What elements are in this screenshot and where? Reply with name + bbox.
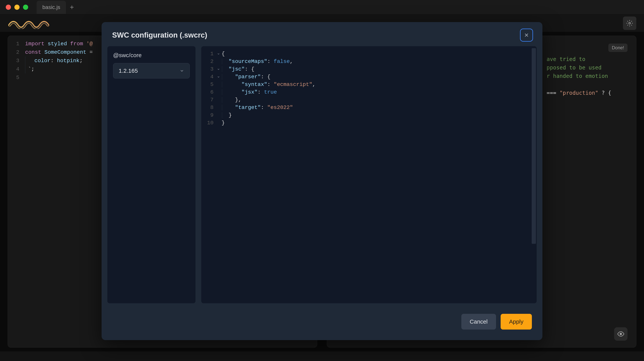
- editor-line: 5 "syntax": "ecmascript",: [201, 81, 537, 88]
- editor-line: 10}: [201, 119, 537, 127]
- close-icon: [524, 32, 530, 38]
- fold-gutter: [217, 119, 222, 127]
- fold-gutter: [217, 88, 222, 96]
- config-editor[interactable]: 1{2 "sourceMaps": false,3 "jsc": {4 "par…: [201, 46, 537, 303]
- fold-gutter: [217, 104, 222, 111]
- cancel-label: Cancel: [470, 318, 488, 325]
- fold-gutter[interactable]: [217, 73, 222, 81]
- fold-gutter: [217, 58, 222, 65]
- cancel-button[interactable]: Cancel: [461, 314, 496, 329]
- editor-line: 2 "sourceMaps": false,: [201, 58, 537, 65]
- version-select[interactable]: 1.2.165: [113, 63, 190, 79]
- modal-sidebar: @swc/core 1.2.165: [107, 46, 196, 303]
- line-number: 7: [201, 96, 217, 104]
- apply-button[interactable]: Apply: [501, 314, 532, 329]
- fold-gutter[interactable]: [217, 65, 222, 73]
- modal-header: SWC configuration (.swcrc): [102, 22, 542, 46]
- fold-gutter: [217, 111, 222, 119]
- line-number: 4: [201, 73, 217, 81]
- line-content: "jsx": true: [222, 88, 537, 96]
- chevron-down-icon: [217, 68, 220, 71]
- chevron-down-icon: [180, 69, 184, 73]
- editor-line: 8 "target": "es2022": [201, 104, 537, 111]
- line-content: }: [222, 119, 537, 127]
- line-number: 3: [201, 65, 217, 73]
- swc-config-modal: SWC configuration (.swcrc) @swc/core 1.2…: [102, 22, 542, 340]
- line-number: 10: [201, 119, 217, 127]
- fold-gutter[interactable]: [217, 50, 222, 58]
- modal-body: @swc/core 1.2.165 1{2 "sourceMaps": fals…: [102, 46, 542, 309]
- line-content: "jsc": {: [222, 65, 537, 73]
- line-number: 6: [201, 88, 217, 96]
- line-number: 8: [201, 104, 217, 111]
- line-content: "syntax": "ecmascript",: [222, 81, 537, 88]
- line-number: 1: [201, 50, 217, 58]
- line-content: },: [222, 96, 537, 104]
- line-number: 9: [201, 111, 217, 119]
- editor-line: 1{: [201, 50, 537, 58]
- line-content: "sourceMaps": false,: [222, 58, 537, 65]
- line-content: {: [222, 50, 537, 58]
- modal-title: SWC configuration (.swcrc): [112, 31, 207, 39]
- line-content: "parser": {: [222, 73, 537, 81]
- line-number: 5: [201, 81, 217, 88]
- close-modal-button[interactable]: [521, 30, 532, 41]
- chevron-down-icon: [217, 75, 220, 79]
- line-content: }: [222, 111, 537, 119]
- version-value: 1.2.165: [119, 68, 138, 74]
- package-label: @swc/core: [113, 52, 190, 59]
- editor-line: 9 }: [201, 111, 537, 119]
- modal-overlay: SWC configuration (.swcrc) @swc/core 1.2…: [0, 0, 644, 361]
- editor-line: 7 },: [201, 96, 537, 104]
- line-number: 2: [201, 58, 217, 65]
- modal-footer: Cancel Apply: [102, 309, 542, 340]
- editor-line: 3 "jsc": {: [201, 65, 537, 73]
- scrollbar-thumb[interactable]: [532, 48, 536, 244]
- editor-line: 4 "parser": {: [201, 73, 537, 81]
- chevron-down-icon: [217, 52, 220, 56]
- editor-line: 6 "jsx": true: [201, 88, 537, 96]
- fold-gutter: [217, 81, 222, 88]
- apply-label: Apply: [509, 318, 524, 325]
- fold-gutter: [217, 96, 222, 104]
- line-content: "target": "es2022": [222, 104, 537, 111]
